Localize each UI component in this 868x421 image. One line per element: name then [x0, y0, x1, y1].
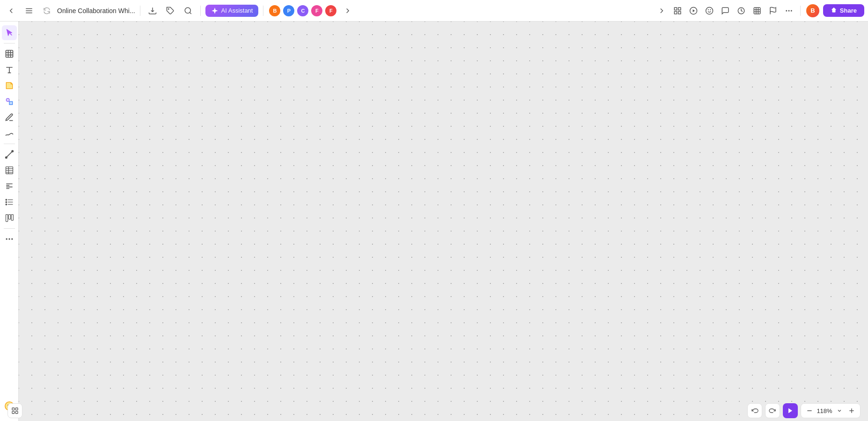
- tool-shapes[interactable]: [2, 94, 17, 109]
- svg-rect-54: [12, 408, 15, 410]
- present-button[interactable]: [687, 4, 700, 17]
- redo-button[interactable]: [765, 403, 780, 418]
- tool-select[interactable]: [2, 25, 17, 40]
- svg-rect-45: [6, 215, 7, 222]
- svg-rect-5: [674, 7, 677, 10]
- svg-rect-57: [15, 411, 18, 414]
- expand-button[interactable]: [655, 4, 668, 17]
- separator-3: [263, 6, 263, 16]
- bottombar-right: 118%: [747, 403, 861, 418]
- sync-button[interactable]: [39, 3, 54, 18]
- svg-point-29: [6, 98, 9, 102]
- svg-rect-6: [678, 7, 680, 10]
- hide-panel-button[interactable]: [340, 3, 355, 18]
- svg-point-21: [786, 10, 787, 11]
- tool-kanban[interactable]: [2, 210, 17, 225]
- bookmark-button[interactable]: [163, 3, 178, 18]
- topbar-left: Online Collaboration Whi... AI Assistant: [4, 3, 433, 18]
- topbar-right: B Share: [435, 3, 865, 18]
- menu-button[interactable]: [22, 3, 36, 18]
- svg-point-33: [12, 151, 13, 152]
- tool-table[interactable]: [2, 163, 17, 178]
- separator-2: [200, 6, 201, 16]
- svg-rect-30: [9, 102, 13, 105]
- tool-text-format[interactable]: [2, 179, 17, 194]
- canvas[interactable]: [19, 22, 868, 421]
- svg-point-43: [6, 202, 7, 203]
- tool-draw[interactable]: [2, 126, 17, 141]
- document-title: Online Collaboration Whi...: [57, 7, 135, 15]
- svg-point-42: [6, 199, 7, 201]
- tool-pen[interactable]: [2, 110, 17, 125]
- undo-button[interactable]: [747, 403, 762, 418]
- user-avatar[interactable]: B: [805, 3, 820, 18]
- svg-point-23: [791, 10, 792, 11]
- tool-list[interactable]: [2, 195, 17, 210]
- svg-rect-55: [15, 408, 18, 410]
- svg-point-48: [6, 238, 7, 240]
- frames-button[interactable]: [671, 4, 684, 17]
- sidebar-divider-3: [4, 228, 15, 229]
- tool-text[interactable]: [2, 62, 17, 77]
- zoom-controls: 118%: [801, 403, 861, 418]
- reaction-button[interactable]: [703, 4, 716, 17]
- avatar-3: C: [296, 4, 309, 17]
- ai-assistant-label: AI Assistant: [221, 7, 253, 14]
- zoom-in-button[interactable]: [846, 405, 857, 416]
- avatar-5: F: [324, 4, 337, 17]
- svg-line-31: [6, 151, 12, 157]
- search-button[interactable]: [181, 3, 196, 18]
- avatar-2: P: [282, 4, 295, 17]
- flag-button[interactable]: [766, 4, 780, 17]
- pages-button[interactable]: [7, 403, 22, 418]
- svg-point-49: [8, 238, 10, 240]
- sidebar-divider-1: [4, 43, 15, 44]
- timer-button[interactable]: [735, 4, 748, 17]
- svg-point-50: [11, 238, 13, 240]
- back-button[interactable]: [4, 3, 19, 18]
- avatar-4: F: [310, 4, 323, 17]
- play-button[interactable]: [783, 403, 798, 418]
- share-label: Share: [840, 7, 857, 14]
- left-sidebar: [0, 22, 19, 421]
- svg-rect-7: [674, 11, 677, 14]
- collaborator-avatars: B P C F F: [268, 4, 337, 17]
- ai-assistant-button[interactable]: AI Assistant: [205, 5, 259, 17]
- download-button[interactable]: [145, 3, 160, 18]
- svg-rect-56: [12, 411, 15, 414]
- svg-rect-8: [678, 11, 680, 14]
- svg-point-3: [168, 8, 169, 9]
- avatar-1: B: [268, 4, 281, 17]
- svg-rect-46: [8, 215, 10, 219]
- svg-rect-15: [754, 7, 760, 14]
- tool-frame[interactable]: [2, 46, 17, 61]
- chart-button[interactable]: [751, 4, 764, 17]
- separator-right: [800, 6, 801, 16]
- more-button[interactable]: [782, 4, 795, 17]
- svg-rect-24: [6, 51, 13, 58]
- bottombar-left: [7, 403, 22, 418]
- svg-marker-58: [788, 408, 792, 414]
- svg-point-11: [706, 7, 713, 14]
- zoom-chevron-button[interactable]: [834, 405, 845, 416]
- svg-point-22: [788, 10, 789, 11]
- svg-point-4: [185, 7, 190, 13]
- svg-rect-47: [11, 215, 13, 221]
- share-button[interactable]: Share: [823, 4, 864, 17]
- tool-connector[interactable]: [2, 147, 17, 162]
- canvas-dots: [19, 22, 868, 421]
- zoom-level: 118%: [816, 407, 833, 414]
- topbar: Online Collaboration Whi... AI Assistant: [0, 0, 868, 22]
- separator-1: [140, 6, 140, 16]
- svg-marker-10: [693, 9, 695, 12]
- svg-point-44: [6, 204, 7, 205]
- tool-more[interactable]: [2, 232, 17, 247]
- zoom-out-button[interactable]: [804, 405, 815, 416]
- svg-point-32: [5, 157, 7, 158]
- sidebar-divider-2: [4, 144, 15, 144]
- comment-button[interactable]: [719, 4, 732, 17]
- tool-sticky-note[interactable]: [2, 78, 17, 93]
